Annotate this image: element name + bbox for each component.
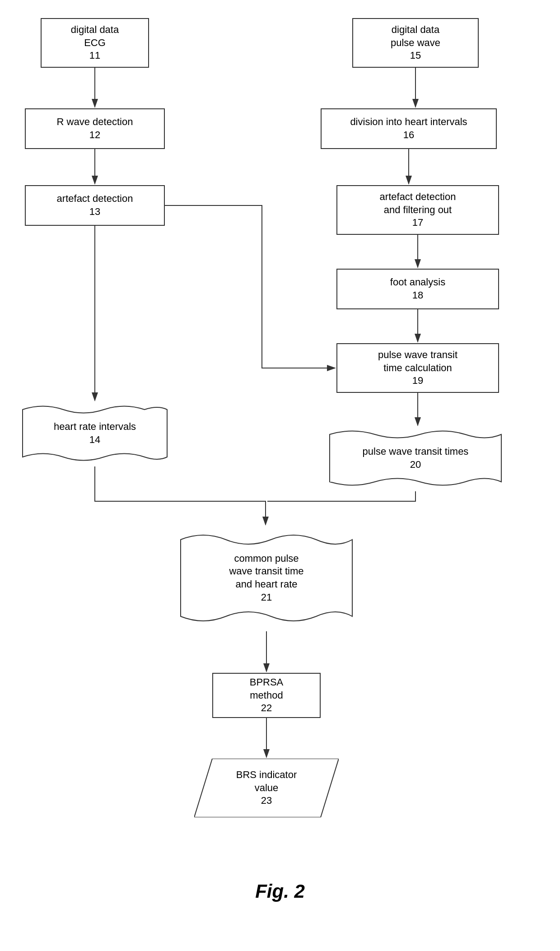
node-20-num: 20: [363, 458, 469, 471]
node-22-label: BPRSAmethod: [250, 676, 284, 702]
node-21-label: common pulsewave transit timeand heart r…: [229, 553, 303, 590]
node-23: BRS indicatorvalue 23: [194, 759, 339, 817]
node-20: pulse wave transit times 20: [325, 425, 506, 491]
node-16: division into heart intervals 16: [321, 108, 497, 149]
node-14: heart rate intervals 14: [18, 401, 172, 466]
node-16-label: division into heart intervals: [350, 116, 467, 129]
node-20-label: pulse wave transit times: [363, 446, 469, 457]
node-14-label: heart rate intervals: [54, 421, 136, 432]
node-11-num: 11: [89, 49, 100, 62]
node-21: common pulsewave transit timeand heart r…: [176, 526, 357, 630]
node-17-num: 17: [412, 216, 423, 229]
node-21-num: 21: [229, 591, 303, 604]
node-15-label: digital datapulse wave: [391, 23, 440, 49]
node-18-num: 18: [412, 289, 423, 302]
node-16-num: 16: [403, 129, 414, 142]
node-19-num: 19: [412, 374, 423, 387]
node-13-label: artefact detection: [57, 192, 133, 205]
diagram-container: digital dataECG 11 digital datapulse wav…: [0, 0, 560, 951]
node-17: artefact detectionand filtering out 17: [336, 185, 499, 235]
node-12-num: 12: [89, 129, 100, 142]
node-17-label: artefact detectionand filtering out: [380, 191, 456, 216]
node-11-label: digital dataECG: [71, 23, 119, 49]
node-13: artefact detection 13: [25, 185, 165, 226]
node-22: BPRSAmethod 22: [212, 673, 321, 718]
node-23-num: 23: [236, 794, 297, 807]
figure-label: Fig. 2: [0, 881, 560, 902]
node-12: R wave detection 12: [25, 108, 165, 149]
node-18-label: foot analysis: [390, 276, 445, 289]
node-12-label: R wave detection: [57, 116, 133, 129]
node-13-num: 13: [89, 205, 100, 219]
node-11: digital dataECG 11: [41, 18, 149, 68]
node-15: digital datapulse wave 15: [352, 18, 479, 68]
node-14-num: 14: [54, 434, 136, 447]
node-15-num: 15: [410, 49, 421, 62]
node-19-label: pulse wave transittime calculation: [378, 349, 457, 374]
node-19: pulse wave transittime calculation 19: [336, 343, 499, 393]
node-23-label: BRS indicatorvalue: [236, 769, 297, 793]
node-18: foot analysis 18: [336, 269, 499, 309]
node-22-num: 22: [261, 702, 272, 715]
